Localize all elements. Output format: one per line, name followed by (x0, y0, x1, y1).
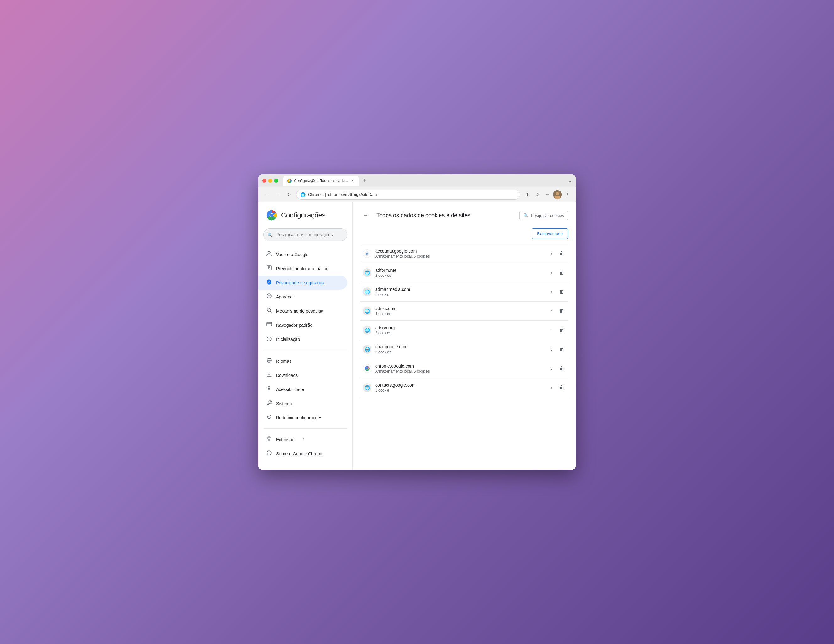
sidebar-item-preenchimento[interactable]: Preenchimento automático (259, 261, 347, 276)
table-row: chrome.google.com Armazenamento local, 5… (360, 359, 568, 378)
delete-button[interactable]: 🗑 (558, 366, 566, 371)
globe-icon (266, 357, 272, 365)
cookie-domain: chrome.google.com (375, 363, 544, 368)
delete-button[interactable]: 🗑 (558, 347, 566, 352)
sidebar-item-sistema[interactable]: Sistema (259, 396, 347, 410)
titlebar: Configurações: Todos os dado... ✕ + ⌄ (259, 174, 575, 187)
svg-point-7 (270, 214, 273, 217)
svg-point-22 (268, 323, 269, 323)
forward-icon: → (276, 192, 280, 197)
delete-button[interactable]: 🗑 (558, 289, 566, 295)
content-area: ← Todos os dados de cookies e de sites 🔍… (352, 202, 575, 470)
remove-all-button[interactable]: Remover tudo (532, 229, 568, 239)
download-icon (266, 371, 272, 379)
address-bar[interactable]: 🌐 Chrome | chrome://settings/siteData (296, 190, 520, 200)
sidebar-item-voce-google[interactable]: Você e o Google (259, 247, 347, 261)
cookie-info: adsrvr.org 2 cookies (375, 325, 544, 335)
cookie-actions: › 🗑 (548, 385, 566, 391)
form-icon (266, 265, 272, 273)
delete-button[interactable]: 🗑 (558, 251, 566, 257)
sidebar-item-label: Idiomas (276, 359, 291, 364)
remove-all-wrapper: Remover tudo (360, 229, 568, 239)
sidebar-item-redefinir[interactable]: Redefinir configurações (259, 410, 347, 424)
sidebar-item-idiomas[interactable]: Idiomas (259, 354, 347, 368)
delete-button[interactable]: 🗑 (558, 308, 566, 314)
sidebar-button[interactable]: ▭ (543, 190, 552, 199)
sidebar-item-label: Navegador padrão (276, 323, 312, 328)
cookie-domain: admanmedia.com (375, 287, 544, 292)
avatar[interactable] (553, 190, 562, 199)
expand-button[interactable]: › (548, 385, 556, 390)
sidebar-section-extra: Extensões ↗ Sobre o Google Chrome (259, 431, 352, 462)
sidebar-item-navegador[interactable]: Navegador padrão (259, 318, 347, 332)
expand-button[interactable]: › (548, 328, 556, 332)
sidebar-item-label: Downloads (276, 373, 298, 378)
search-icon (266, 307, 272, 315)
close-button[interactable] (262, 179, 266, 182)
sidebar-item-mecanismo[interactable]: Mecanismo de pesquisa (259, 304, 347, 318)
reset-icon (266, 414, 272, 421)
tab-dropdown-button[interactable]: ⌄ (568, 178, 572, 183)
active-tab[interactable]: Configurações: Todos os dado... ✕ (283, 176, 359, 186)
cookie-domain: accounts.google.com (375, 249, 544, 253)
site-icon-accounts-google: G (363, 249, 372, 258)
cookie-info: admanmedia.com 1 cookie (375, 287, 544, 297)
settings-search-input[interactable] (263, 229, 347, 241)
sidebar-item-sobre[interactable]: Sobre o Google Chrome (259, 447, 347, 461)
search-cookies-input[interactable]: 🔍 Pesquisar cookies (519, 211, 568, 220)
expand-button[interactable]: › (548, 251, 556, 256)
more-button[interactable]: ⋮ (563, 190, 572, 199)
chrome-logo-icon (266, 210, 277, 221)
table-row: 🌐 chat.google.com 3 cookies › 🗑 (360, 340, 568, 359)
navigation-toolbar: ← → ↻ 🌐 Chrome | chrome://settings/siteD… (259, 187, 575, 202)
sidebar-item-label: Sistema (276, 401, 292, 406)
puzzle-icon (266, 436, 272, 444)
sidebar-item-label: Mecanismo de pesquisa (276, 308, 323, 313)
svg-point-1 (289, 180, 291, 181)
external-link-icon: ↗ (301, 437, 304, 442)
maximize-button[interactable] (274, 179, 278, 182)
settings-search-wrapper: 🔍 (259, 229, 352, 246)
reload-icon: ↻ (287, 192, 291, 197)
delete-button[interactable]: 🗑 (558, 270, 566, 276)
cookie-actions: › 🗑 (548, 347, 566, 352)
sidebar-item-inicializacao[interactable]: Inicialização (259, 332, 347, 346)
sidebar-item-extensoes[interactable]: Extensões ↗ (259, 433, 347, 447)
delete-button[interactable]: 🗑 (558, 385, 566, 391)
expand-button[interactable]: › (548, 289, 556, 294)
table-row: G accounts.google.com Armazenamento loca… (360, 244, 568, 263)
cookie-domain: adform.net (375, 268, 544, 273)
reload-button[interactable]: ↻ (285, 190, 294, 199)
cookie-domain: adsrvr.org (375, 325, 544, 330)
new-tab-button[interactable]: + (360, 176, 369, 185)
sidebar-item-label: Redefinir configurações (276, 415, 322, 420)
expand-button[interactable]: › (548, 366, 556, 371)
expand-button[interactable]: › (548, 270, 556, 275)
sidebar-item-downloads[interactable]: Downloads (259, 368, 347, 382)
cookie-header-left: ← Todos os dados de cookies e de sites (360, 210, 470, 221)
site-icon-adsrvr: 🌐 (363, 326, 372, 334)
power-icon (266, 335, 272, 343)
tab-close-button[interactable]: ✕ (350, 178, 355, 183)
forward-button[interactable]: → (273, 190, 282, 199)
table-row: 🌐 adnxs.com 4 cookies › 🗑 (360, 302, 568, 321)
expand-button[interactable]: › (548, 308, 556, 313)
search-container: 🔍 (263, 229, 347, 241)
main-content: Configurações 🔍 Você e o G (259, 202, 575, 470)
expand-button[interactable]: › (548, 347, 556, 352)
site-icon-adnxs: 🌐 (363, 307, 372, 315)
svg-point-15 (270, 295, 271, 296)
minimize-button[interactable] (268, 179, 272, 182)
tab-area: Configurações: Todos os dado... ✕ + (283, 176, 566, 186)
table-row: 🌐 contacts.google.com 1 cookie › 🗑 (360, 378, 568, 397)
delete-button[interactable]: 🗑 (558, 327, 566, 333)
share-button[interactable]: ⬆ (523, 190, 532, 199)
sidebar-item-aparencia[interactable]: Aparência (259, 290, 347, 304)
sidebar-item-privacidade[interactable]: Privacidade e segurança (259, 276, 347, 290)
table-row: 🌐 admanmedia.com 1 cookie › 🗑 (360, 282, 568, 302)
back-to-privacy-button[interactable]: ← (360, 210, 372, 221)
back-button[interactable]: ← (262, 190, 271, 199)
site-icon-chat-google: 🌐 (363, 345, 372, 354)
sidebar-item-acessibilidade[interactable]: Acessibilidade (259, 382, 347, 396)
bookmark-button[interactable]: ☆ (533, 190, 541, 199)
